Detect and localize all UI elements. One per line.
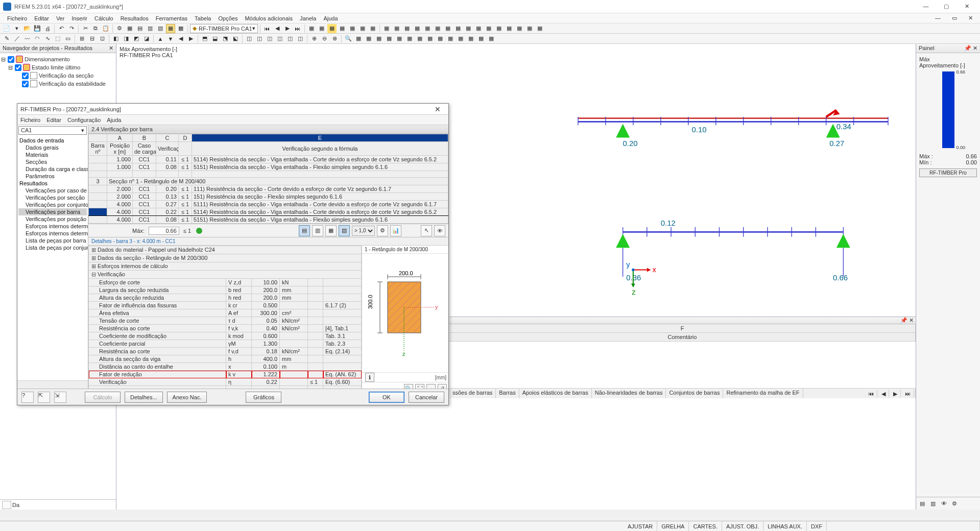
tool-icon[interactable]: ▦ <box>405 34 414 43</box>
export-icon[interactable]: ⇱ <box>38 392 50 403</box>
menu-calc[interactable]: Cálculo <box>91 14 116 22</box>
tool-icon[interactable]: ⊡ <box>98 34 107 43</box>
tool-icon[interactable]: ▦ <box>525 24 534 33</box>
cube-icon[interactable]: ◫ <box>296 34 305 43</box>
dialog-nav-hscroll[interactable] <box>17 380 88 389</box>
graphics-button[interactable]: Gráficos <box>246 392 281 403</box>
grid-row[interactable]: 2.000CC10.20≤ 1111) Resistência da secçã… <box>89 185 448 193</box>
details-row[interactable]: ⊞ Esforços internos de cálculo <box>89 262 362 271</box>
tool-icon[interactable]: ▦ <box>484 24 493 33</box>
cube-icon[interactable]: ◫ <box>285 34 295 43</box>
details-row[interactable]: Coeficiente de modificaçãok mod0.600Tab.… <box>89 332 362 340</box>
grid-row[interactable]: 1.000CC10.08≤ 15151) Resistência da secç… <box>89 163 448 171</box>
details-grid[interactable]: ⊞ Dados do material - Pappel und Nadelho… <box>88 246 362 389</box>
tool-icon[interactable]: ⬕ <box>231 34 240 43</box>
menu-options[interactable]: Opções <box>215 14 241 22</box>
details-row[interactable]: Tensão de corteτ d0.05kN/cm² <box>89 317 362 325</box>
draw-icon[interactable]: ✎ <box>2 34 11 43</box>
tool-icon[interactable]: ▼ <box>166 34 175 43</box>
filter-icon[interactable]: ▧ <box>339 225 350 236</box>
dim-icon[interactable]: ↔ <box>426 384 436 389</box>
tool-icon[interactable]: ⬒ <box>200 34 209 43</box>
dialog-close-icon[interactable]: ✕ <box>430 105 445 113</box>
tool-icon[interactable]: ▦ <box>317 24 326 33</box>
dmenu-help[interactable]: Ajuda <box>107 117 121 123</box>
status-seg[interactable]: AJUSTAR <box>624 521 657 531</box>
panel-tab-icon[interactable]: ▤ <box>918 499 927 508</box>
table-tab[interactable]: Conjuntos de barras <box>666 389 723 398</box>
dropdown-icon[interactable]: ▾ <box>12 24 21 33</box>
dialog-nav-item[interactable]: Esforços internos determinante: <box>18 230 87 237</box>
tool-icon[interactable]: ▦ <box>125 24 134 33</box>
tool-icon[interactable]: ⬔ <box>221 34 230 43</box>
grid-row[interactable]: 2.000CC10.13≤ 1151) Resistência da secçã… <box>89 193 448 201</box>
cube-icon[interactable]: ◫ <box>265 34 274 43</box>
menu-table[interactable]: Tabela <box>192 14 214 22</box>
dialog-nav-item[interactable]: Verificações por secção <box>18 194 87 201</box>
tool-icon[interactable]: ▦ <box>415 34 424 43</box>
tabs-nav-last-icon[interactable]: ⏭ <box>902 390 914 397</box>
print-icon[interactable]: 🖨 <box>438 384 447 389</box>
details-row[interactable]: Resistência ao cortef v,d0.18kN/cm²Eq. (… <box>89 348 362 355</box>
tool-icon[interactable]: ◪ <box>142 34 151 43</box>
cancel-button[interactable]: Cancelar <box>409 392 444 403</box>
grid-row[interactable]: 4.000CC10.27≤ 15111) Resistência da secç… <box>89 201 448 208</box>
status-seg[interactable]: AJUST. OBJ. <box>722 521 763 531</box>
nav-last-icon[interactable]: ⏭ <box>293 24 302 33</box>
tool-icon[interactable]: ⊗ <box>330 34 339 43</box>
menu-help[interactable]: Ajuda <box>320 14 341 22</box>
cut-icon[interactable]: ✂ <box>81 24 90 33</box>
cube-icon[interactable]: ◫ <box>255 34 264 43</box>
tool-icon[interactable]: ▦ <box>505 24 514 33</box>
zoom-icon[interactable]: 🔍 <box>344 34 353 43</box>
tool-icon[interactable]: ▦ <box>494 24 504 33</box>
panel-tab-icon[interactable]: 👁 <box>939 499 948 508</box>
nav-prev-icon[interactable]: ◀ <box>273 24 282 33</box>
chart-icon[interactable]: 📊 <box>390 225 401 236</box>
annex-button[interactable]: Anexo Nac. <box>167 392 207 403</box>
tool-icon[interactable]: ▦ <box>364 34 373 43</box>
dmenu-edit[interactable]: Editar <box>46 117 61 123</box>
dialog-nav-item[interactable]: Verificações por conjunto de ba <box>18 201 87 208</box>
dialog-nav-item[interactable]: Verificações por barra <box>18 208 87 215</box>
panel-pin-icon[interactable]: 📌 <box>964 45 971 51</box>
details-row[interactable]: Altura da secção da vigah400.0mm <box>89 355 362 363</box>
tool-icon[interactable]: ▦ <box>382 24 391 33</box>
tree-checkbox[interactable] <box>22 73 29 79</box>
bottom-table[interactable]: 📌 ✕ F Comentário ssões de barras Barras … <box>449 317 916 398</box>
tool-icon[interactable]: ◩ <box>132 34 141 43</box>
menu-insert[interactable]: Inserir <box>68 14 90 22</box>
status-seg[interactable]: DXF <box>807 521 827 531</box>
eye-icon[interactable]: 👁 <box>434 225 445 236</box>
dialog-nav-item[interactable]: Verificações por caso de carga <box>18 187 87 194</box>
tool-icon[interactable]: ◨ <box>122 34 131 43</box>
tool-icon[interactable]: ▦ <box>466 34 475 43</box>
tabs-nav-prev-icon[interactable]: ◀ <box>878 390 889 397</box>
grid-row[interactable]: 1.000CC10.11≤ 15114) Resistência da secç… <box>89 156 448 163</box>
undo-icon[interactable]: ↶ <box>57 24 66 33</box>
cube-icon[interactable]: ◫ <box>275 34 284 43</box>
filter-icon[interactable]: ▦ <box>325 225 337 236</box>
tool-icon[interactable]: ▦ <box>392 24 401 33</box>
tool-icon[interactable]: ▦ <box>348 24 357 33</box>
module-combo[interactable]: ◆RF-TIMBER Pro CA1▾ <box>190 24 258 33</box>
menu-window[interactable]: Janela <box>297 14 319 22</box>
grid-row[interactable]: 4.000CC10.08≤ 15151) Resistência da secç… <box>89 216 448 224</box>
tool-icon[interactable]: ▦ <box>358 24 367 33</box>
tool-icon[interactable]: ▦ <box>436 34 445 43</box>
mdi-max-icon[interactable]: ▭ <box>949 14 960 22</box>
details-row[interactable]: ⊞ Dados do material - Pappel und Nadelho… <box>89 246 362 254</box>
tree-item[interactable]: Verificação da estabilidade <box>1 80 115 88</box>
details-row[interactable]: ⊞ Dados da secção - Retângulo de M 200/3… <box>89 254 362 262</box>
line-icon[interactable]: ／ <box>12 34 21 43</box>
filter-icon[interactable]: ▥ <box>312 225 323 236</box>
tool-icon[interactable]: ▦ <box>443 24 452 33</box>
tool-icon[interactable]: ▦ <box>474 24 483 33</box>
help-icon[interactable]: ? <box>21 392 34 403</box>
tool-icon[interactable]: ▲ <box>156 34 165 43</box>
details-row[interactable]: Esforço de corteV z,d10.00kN <box>89 279 362 286</box>
menu-results[interactable]: Resultados <box>117 14 152 22</box>
status-seg[interactable]: LINHAS AUX. <box>763 521 807 531</box>
tabs-nav-first-icon[interactable]: ⏮ <box>865 390 877 397</box>
table-tab[interactable]: Apoios elásticos de barras <box>519 389 592 398</box>
